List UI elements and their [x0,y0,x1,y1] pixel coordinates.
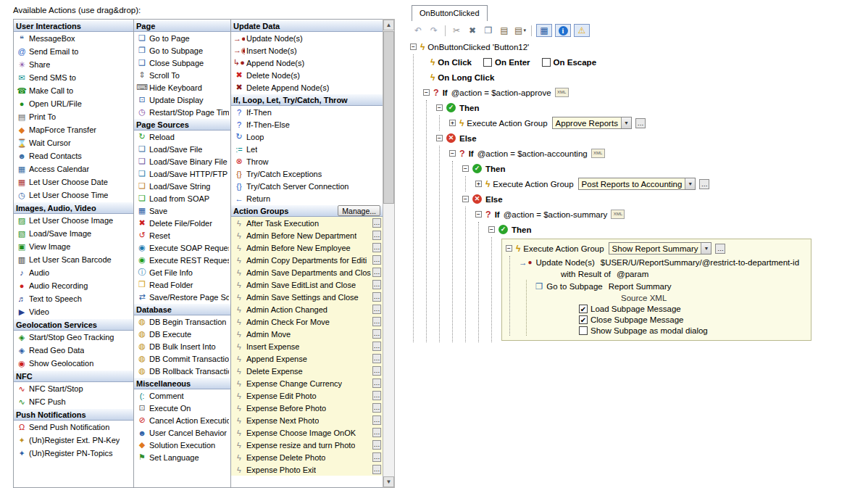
execute-action-group-row[interactable]: + ϟ Execute Action Group Approve Reports… [449,115,811,131]
palette-item[interactable]: ⊘Cancel Action Execution [134,414,230,426]
palette-item[interactable]: ϟAdmin Save Settings and Close… [231,291,383,303]
palette-item[interactable]: :=Let [231,143,383,155]
edit-action-group-button[interactable]: … [372,292,381,302]
palette-item[interactable]: ▤Print To [14,110,133,123]
palette-item[interactable]: ◍DB Execute [134,328,230,340]
subpage-option-checkbox[interactable]: ✔ [579,315,588,324]
palette-item[interactable]: ϟAdmin Before New Department… [231,229,383,241]
palette-item[interactable]: ◍DB Begin Transaction [134,315,230,328]
edit-action-group-button[interactable]: … [372,231,381,240]
palette-item[interactable]: ▶Video [14,305,133,318]
redo-button[interactable]: ↷ [427,24,441,37]
if-row-2[interactable]: − ? If @action = $action-accounting XML [449,146,811,161]
tab-onbuttonclicked[interactable]: OnButtonClicked [412,5,488,21]
palette-item[interactable]: ◈Start/Stop Geo Tracking [14,331,133,344]
collapse-icon[interactable]: − [436,104,443,111]
palette-item[interactable]: ◍DB Commit Transaction [134,352,230,365]
collapse-icon[interactable]: − [488,226,495,233]
palette-item[interactable]: ϟExpense Change Currency… [231,377,383,389]
collapse-icon[interactable]: − [449,150,456,157]
palette-item[interactable]: (:Comment [134,389,230,402]
edit-action-group-button[interactable]: … [372,218,381,228]
edit-action-group-button[interactable]: … [372,403,381,413]
palette-item[interactable]: {}Try/Catch Server Connection [231,180,383,192]
if-condition[interactable]: @action = $action-accounting [477,149,588,158]
palette-item[interactable]: ✖Delete File/Folder [134,217,230,229]
palette-item[interactable]: ϟAdmin Action Changed… [231,303,383,315]
palette-item[interactable]: ❏Load/Save String [134,180,230,192]
edit-action-group-button[interactable]: … [635,118,646,128]
scroll-down-arrow[interactable]: ▼ [383,476,394,487]
palette-item[interactable]: ▨Let User Choose Image [14,214,133,227]
palette-item[interactable]: ϟAfter Task Execution… [231,217,383,229]
collapse-icon[interactable]: − [506,245,512,252]
edit-action-group-button[interactable]: … [372,305,381,314]
expand-icon[interactable]: + [475,181,482,187]
edit-action-group-button[interactable]: … [715,244,725,254]
palette-item[interactable]: ▥Let User Scan Barcode [14,253,133,266]
else-row[interactable]: − ✕ Else [462,191,811,207]
palette-item[interactable]: ♪Audio [14,266,133,279]
edit-action-group-button[interactable]: … [372,391,381,400]
palette-item[interactable]: ϟExpense Next Photo… [231,414,383,426]
palette-item[interactable]: ϟAdmin Save EditList and Close… [231,278,383,291]
edit-action-group-button[interactable]: … [372,428,381,437]
action-group-select[interactable]: Approve Reports ▼ [552,117,632,129]
collapse-icon[interactable]: − [462,165,469,172]
undo-button[interactable]: ↶ [411,24,425,37]
palette-item[interactable]: ϟAdmin Copy Departments for Editi… [231,254,383,266]
palette-item[interactable]: ↻Reload [134,131,230,143]
action-group-select[interactable]: Show Report Summary ▼ [609,242,712,255]
on-enter-checkbox[interactable] [483,58,492,67]
on-escape-checkbox[interactable] [542,58,551,67]
palette-item[interactable]: →◉Insert Node(s) [231,44,383,57]
palette-item[interactable]: ⊡Update Display [134,94,230,106]
on-click-row[interactable]: ϟ On Click On Enter On Escape [423,54,811,70]
edit-action-group-button[interactable]: … [372,280,381,289]
palette-item[interactable]: ❑Close Subpage [134,57,230,69]
palette-item[interactable]: ✖Delete Node(s) [231,69,383,81]
palette-item[interactable]: ϟAdmin Move… [231,328,383,340]
collapse-icon[interactable]: − [436,135,443,141]
palette-item[interactable]: ❐Go to Subpage [134,44,230,57]
palette-item[interactable]: ◉Execute SOAP Request [134,241,230,254]
palette-item[interactable]: ϟAdmin Save Departments and Clos… [231,266,383,278]
expand-icon[interactable]: + [449,120,456,126]
paste-button[interactable]: ▤ [497,24,512,37]
palette-item[interactable]: ◆MapForce Transfer [14,123,133,136]
info-toggle-button[interactable]: i [555,24,571,37]
edit-action-group-button[interactable]: … [372,255,381,265]
goto-subpage-row[interactable]: ❐ Go to Subpage Report Summary [535,280,804,292]
grid-view-toggle-button[interactable]: ▦ [536,24,552,37]
palette-item[interactable]: ϟExpense Choose Image OnOK… [231,426,383,439]
if-condition[interactable]: @action = $action-approve [451,88,551,97]
if-row-3[interactable]: − ? If @action = $action-summary XML [475,207,811,222]
edit-action-group-button[interactable]: … [372,317,381,326]
edit-action-group-button[interactable]: … [372,342,381,351]
collapse-icon[interactable]: − [462,196,469,202]
palette-item[interactable]: ϟExpense Delete Photo… [231,451,383,463]
xpath-edit-icon[interactable]: XML [555,88,569,97]
then-row[interactable]: − ✓ Then [462,161,811,176]
palette-item[interactable]: ◉Show Geolocation [14,357,133,370]
if-row-1[interactable]: − ? If @action = $action-approve XML [423,85,811,100]
palette-item[interactable]: ⇄Save/Restore Page Sources [134,291,230,303]
palette-item[interactable]: ⌨Hide Keyboard [134,81,230,94]
palette-item[interactable]: ◉Execute REST Request [134,254,230,266]
if-condition[interactable]: @action = $action-summary [504,210,608,219]
palette-item[interactable]: ⌛Wait Cursor [14,136,133,149]
palette-item[interactable]: ❒Read Folder [134,278,230,291]
palette-item[interactable]: ◷Restart/Stop Page Timer [134,106,230,118]
edit-action-group-button[interactable]: … [372,440,381,450]
palette-item[interactable]: ϟExpense Before Photo… [231,402,383,414]
collapse-icon[interactable]: − [410,44,417,50]
palette-item[interactable]: ▦Let User Choose Date [14,175,133,189]
palette-item[interactable]: ✦(Un)Register Ext. PN-Key [14,434,133,447]
palette-item[interactable]: ↺Reset [134,229,230,241]
palette-item[interactable]: ?If-Then-Else [231,118,383,131]
execute-action-group-row[interactable]: + ϟ Execute Action Group Post Reports to… [475,176,811,191]
edit-action-group-button[interactable]: … [372,452,381,462]
palette-item[interactable]: ❏Load from SOAP [134,192,230,204]
copy-button[interactable]: ❐ [481,24,496,37]
goto-subpage-value[interactable]: Report Summary [609,282,672,291]
